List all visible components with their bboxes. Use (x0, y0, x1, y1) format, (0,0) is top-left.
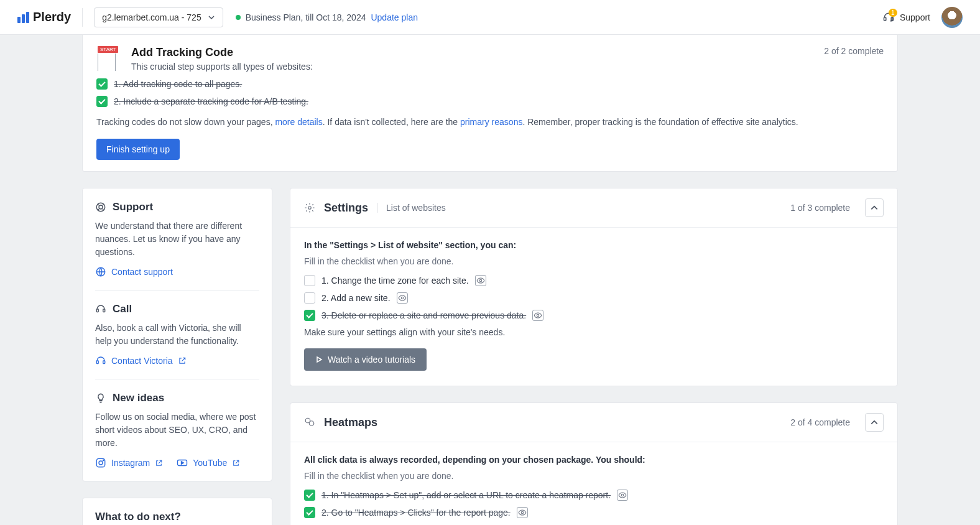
logo-text: Plerdy (33, 10, 71, 24)
tracking-progress: 2 of 2 complete (824, 46, 884, 56)
tracking-check-2[interactable] (96, 96, 108, 107)
phone-icon (95, 304, 106, 315)
preview-icon[interactable] (532, 310, 543, 321)
svg-rect-7 (96, 361, 98, 364)
instagram-link[interactable]: Instagram (95, 457, 163, 468)
ideas-box-title: New ideas (113, 392, 164, 404)
tracking-subtitle: This crucial step supports all types of … (131, 62, 824, 72)
settings-card: Settings List of websites 1 of 3 complet… (290, 188, 898, 386)
plan-text: Business Plan, till Oct 18, 2024 (246, 12, 366, 22)
logo-bars-icon (17, 12, 29, 23)
contact-support-label: Contact support (111, 267, 173, 277)
support-box-text: We understand that there are different n… (95, 220, 259, 259)
headset-icon (95, 355, 106, 366)
support-label: Support (900, 12, 930, 22)
svg-point-19 (621, 494, 624, 496)
svg-point-10 (99, 461, 103, 465)
settings-collapse-button[interactable] (865, 198, 884, 217)
heatmaps-heading: All click data is always recorded, depen… (304, 455, 884, 465)
primary-reasons-link[interactable]: primary reasons (460, 117, 522, 127)
svg-point-18 (309, 421, 314, 426)
site-selector-label: g2.lemarbet.com.ua - 725 (102, 12, 201, 22)
tracking-card: Add Tracking Code This crucial step supp… (82, 35, 898, 172)
finish-setup-button[interactable]: Finish setting up (96, 139, 180, 160)
tracking-title: Add Tracking Code (131, 46, 824, 59)
tracking-item-2: 2. Include a separate tracking code for … (114, 96, 308, 106)
bulb-icon (95, 393, 106, 404)
tracking-item-1: 1. Add tracking code to all pages. (114, 79, 242, 89)
youtube-icon (177, 457, 188, 468)
svg-point-11 (103, 460, 104, 461)
next-box-title: What to do next? (95, 511, 259, 523)
checklist-item-label: 1. In "Heatmaps > Set up", add or select… (321, 490, 611, 500)
watch-video-label: Watch a video tutorials (328, 355, 415, 365)
chevron-up-icon (870, 418, 879, 427)
support-badge: 1 (889, 9, 897, 17)
chevron-down-icon (208, 14, 215, 21)
svg-rect-8 (103, 361, 105, 364)
tracking-check-1[interactable] (96, 78, 108, 90)
start-flag-icon (96, 46, 122, 72)
svg-rect-0 (884, 17, 885, 21)
status-dot-icon (236, 15, 241, 20)
settings-fill-note: Fill in the checklist when you are done. (304, 256, 884, 266)
checklist-item-label: 2. Add a new site. (321, 293, 391, 303)
external-link-icon (178, 356, 187, 365)
tracking-note-2: . If data isn't collected, here are the (323, 117, 460, 127)
checklist-item-check[interactable] (304, 310, 315, 321)
heatmaps-fill-note: Fill in the checklist when you are done. (304, 471, 884, 481)
external-link-icon (232, 459, 240, 467)
chevron-up-icon (870, 203, 879, 212)
contact-victoria-link[interactable]: Contact Victoria (95, 355, 259, 366)
play-icon (315, 356, 323, 363)
preview-icon[interactable] (475, 275, 486, 286)
youtube-label: YouTube (193, 458, 227, 468)
heatmaps-card: Heatmaps 2 of 4 complete All click data … (290, 402, 898, 525)
support-button[interactable]: 1 Support (882, 11, 930, 24)
svg-point-20 (521, 511, 524, 514)
avatar[interactable] (941, 7, 963, 28)
call-box-title: Call (113, 303, 132, 315)
settings-title: Settings (324, 202, 368, 215)
checklist-item-check[interactable] (304, 507, 315, 518)
update-plan-link[interactable]: Update plan (371, 12, 418, 22)
heatmaps-title: Heatmaps (324, 416, 377, 429)
logo[interactable]: Plerdy (17, 10, 71, 24)
checklist-item-check[interactable] (304, 275, 315, 286)
checklist-item-label: 2. Go to "Heatmaps > Clicks" for the rep… (321, 508, 511, 518)
preview-icon[interactable] (517, 507, 528, 518)
svg-rect-1 (891, 17, 893, 21)
instagram-label: Instagram (111, 458, 150, 468)
svg-point-15 (401, 297, 404, 299)
preview-icon[interactable] (397, 292, 408, 304)
site-selector[interactable]: g2.lemarbet.com.ua - 725 (94, 7, 223, 27)
lifebuoy-icon (95, 202, 106, 213)
globe-icon (95, 266, 106, 277)
heatmap-icon (304, 417, 315, 428)
settings-subtitle: List of websites (377, 203, 446, 213)
tracking-note-1: Tracking codes do not slow down your pag… (96, 117, 275, 127)
tracking-note-3: . Remember, proper tracking is the found… (522, 117, 798, 127)
checklist-item-label: 1. Change the time zone for each site. (321, 276, 469, 286)
svg-point-13 (308, 207, 312, 210)
more-details-link[interactable]: more details (275, 117, 322, 127)
contact-support-link[interactable]: Contact support (95, 266, 259, 277)
svg-rect-6 (103, 309, 105, 312)
gear-icon (304, 202, 315, 213)
checklist-item-label: 3. Delete or replace a site and remove p… (321, 310, 526, 320)
checklist-item-check[interactable] (304, 490, 315, 501)
settings-progress: 1 of 3 complete (790, 203, 850, 213)
checklist-item-check[interactable] (304, 292, 315, 304)
svg-point-14 (479, 279, 482, 282)
svg-point-16 (537, 314, 539, 317)
watch-video-button[interactable]: Watch a video tutorials (304, 348, 427, 371)
preview-icon[interactable] (617, 490, 628, 501)
youtube-link[interactable]: YouTube (177, 457, 240, 468)
heatmaps-collapse-button[interactable] (865, 413, 884, 432)
call-box-text: Also, book a call with Victoria, she wil… (95, 322, 259, 348)
contact-victoria-label: Contact Victoria (111, 356, 173, 366)
ideas-box-text: Follow us on social media, where we post… (95, 411, 259, 450)
svg-rect-5 (96, 309, 98, 312)
settings-footer: Make sure your settings align with your … (304, 327, 884, 337)
svg-point-3 (99, 205, 103, 209)
